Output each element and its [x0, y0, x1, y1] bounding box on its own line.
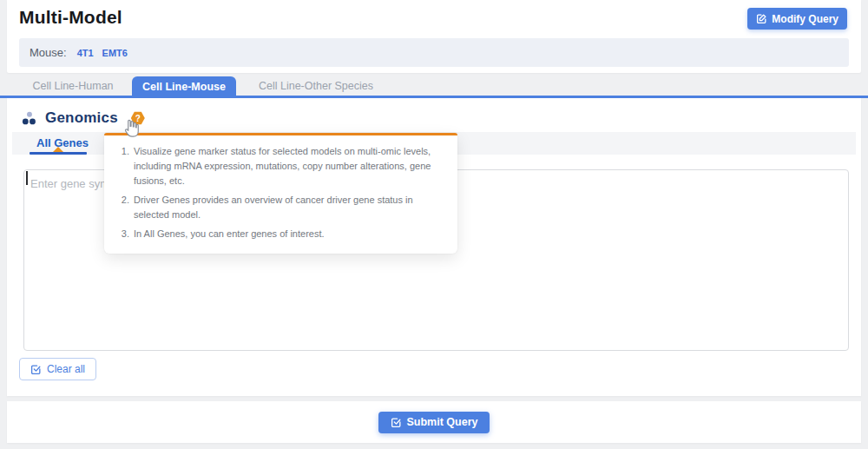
- clear-all-label: Clear all: [47, 363, 85, 375]
- query-summary-bar: Mouse: 4T1 EMT6: [19, 38, 849, 67]
- edit-square-icon: [756, 13, 767, 24]
- page-title: Multi-Model: [19, 7, 122, 28]
- help-tooltip-item: Visualize gene marker status for selecte…: [132, 144, 444, 188]
- clear-all-button[interactable]: Clear all: [19, 358, 96, 380]
- cluster-dots-icon: [21, 110, 37, 127]
- footer-bar: Submit Query: [7, 401, 861, 443]
- species-label: Mouse:: [30, 46, 67, 59]
- model-tag-4t1[interactable]: 4T1: [77, 48, 94, 58]
- help-tooltip-list: Visualize gene marker status for selecte…: [113, 144, 444, 241]
- hand-pointer-cursor: [121, 117, 140, 140]
- check-square-icon: [391, 417, 402, 428]
- help-tooltip-item: In All Genes, you can enter genes of int…: [132, 227, 444, 241]
- genomics-title: Genomics: [45, 109, 118, 127]
- help-tooltip-item: Driver Genes provides an overview of can…: [132, 193, 444, 222]
- subtab-active-underline: [30, 152, 87, 155]
- modify-query-button[interactable]: Modify Query: [747, 8, 847, 30]
- modify-query-label: Modify Query: [772, 13, 838, 25]
- model-tags: 4T1 EMT6: [77, 48, 128, 58]
- text-cursor: [26, 171, 28, 185]
- model-tag-emt6[interactable]: EMT6: [102, 48, 128, 58]
- check-square-icon: [30, 364, 42, 375]
- header-card: Multi-Model Modify Query Mouse: 4T1 EMT6: [7, 0, 861, 73]
- submit-query-button[interactable]: Submit Query: [378, 412, 490, 433]
- submit-query-label: Submit Query: [407, 416, 478, 428]
- help-tooltip: Visualize gene marker status for selecte…: [104, 133, 457, 254]
- subtab-caret-icon: [53, 147, 63, 152]
